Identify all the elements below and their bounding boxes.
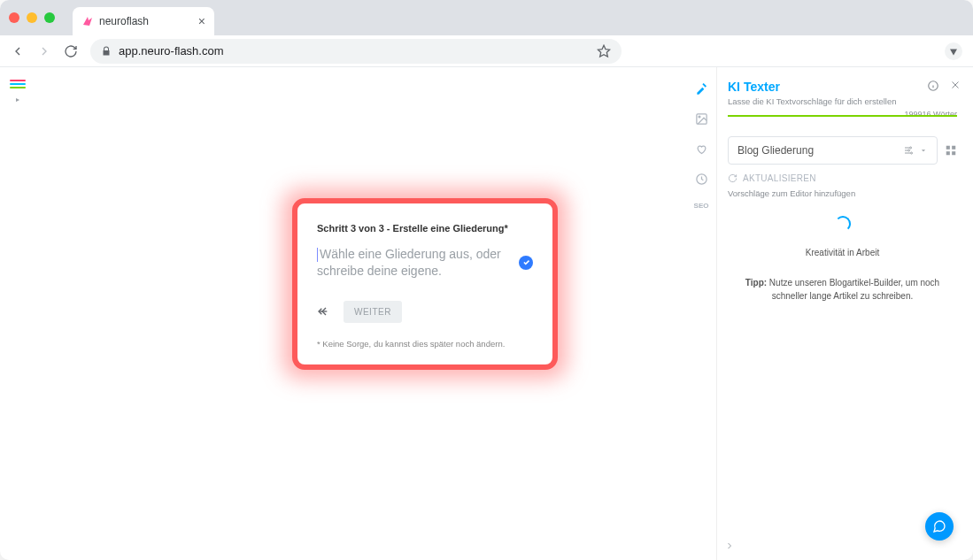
tab-favicon: [81, 15, 94, 27]
panel-subtitle: Lasse die KI Textvorschläge für dich ers…: [728, 96, 957, 106]
spinner-label: Kreativität in Arbeit: [806, 248, 879, 257]
tab-strip: neuroflash ×: [0, 0, 973, 35]
history-icon[interactable]: [694, 172, 708, 186]
url-input[interactable]: app.neuro-flash.com: [90, 39, 622, 64]
browser-window: neuroflash × app.neuro-flash.com: [0, 0, 973, 560]
step-dialog: Schritt 3 von 3 - Erstelle eine Gliederu…: [292, 198, 558, 370]
magic-wand-icon[interactable]: [694, 81, 708, 96]
sliders-icon: [903, 145, 914, 156]
close-window-button[interactable]: [9, 12, 19, 23]
svg-rect-10: [946, 151, 950, 155]
dialog-back-icon[interactable]: [317, 304, 331, 318]
tab-title: neuroflash: [99, 15, 149, 27]
app-left-rail: ▸: [0, 67, 35, 560]
svg-rect-11: [952, 151, 955, 155]
forward-icon: [37, 44, 51, 58]
image-icon[interactable]: [694, 111, 708, 126]
browser-tab[interactable]: neuroflash ×: [73, 7, 214, 35]
page-body: ▸ Schritt 3 von 3 - Erstelle eine Gliede…: [0, 67, 973, 560]
profile-avatar[interactable]: [945, 42, 962, 60]
word-count: 199916 Wörter: [904, 110, 957, 119]
chat-bubble-icon: [932, 519, 946, 533]
dialog-footnote: * Keine Sorge, du kannst dies später noc…: [317, 339, 533, 349]
continue-button[interactable]: WEITER: [344, 301, 402, 323]
close-tab-icon[interactable]: ×: [198, 14, 205, 28]
collapse-panel-icon[interactable]: [724, 541, 735, 551]
loading-spinner-icon: [835, 216, 851, 232]
back-icon[interactable]: [11, 44, 25, 58]
template-select-value: Blog Gliederung: [737, 144, 814, 157]
svg-marker-0: [598, 45, 609, 57]
refresh-button[interactable]: AKTUALISIEREN: [728, 173, 957, 183]
svg-rect-8: [946, 146, 950, 150]
outline-input[interactable]: Wähle eine Gliederung aus, oder schreibe…: [317, 246, 512, 280]
seo-tab[interactable]: SEO: [694, 202, 709, 210]
tool-rail: SEO: [686, 67, 716, 560]
refresh-icon: [728, 173, 737, 183]
tip-label: Tipp:: [745, 278, 767, 288]
svg-rect-9: [952, 146, 955, 150]
bookmark-star-icon[interactable]: [597, 44, 611, 58]
tip-body: Nutze unseren Blogartikel-Builder, um no…: [767, 278, 939, 301]
app-logo-icon[interactable]: [10, 80, 26, 92]
reload-icon[interactable]: [64, 44, 78, 58]
svg-point-7: [911, 152, 913, 154]
address-bar: app.neuro-flash.com: [0, 35, 973, 67]
panel-title: KI Texter: [728, 80, 957, 94]
svg-point-2: [699, 116, 700, 118]
svg-point-5: [910, 147, 912, 149]
help-fab-button[interactable]: [925, 512, 954, 541]
tip-text: Tipp: Nutze unseren Blogartikel-Builder,…: [728, 277, 957, 303]
maximize-window-button[interactable]: [44, 12, 55, 23]
grid-view-icon[interactable]: [945, 144, 957, 157]
confirm-check-icon[interactable]: [519, 256, 533, 270]
usage-progress: [728, 115, 957, 117]
chevron-down-icon: [919, 146, 928, 155]
panel-hint: Vorschläge zum Editor hinzufügen: [728, 188, 957, 198]
url-text: app.neuro-flash.com: [119, 44, 224, 58]
template-select[interactable]: Blog Gliederung: [728, 136, 938, 165]
outline-placeholder: Wähle eine Gliederung aus, oder schreibe…: [317, 247, 501, 278]
heart-cloud-icon[interactable]: [694, 142, 708, 156]
window-controls: [9, 0, 73, 35]
dialog-title: Schritt 3 von 3 - Erstelle eine Gliederu…: [317, 223, 533, 234]
minimize-window-button[interactable]: [27, 12, 37, 23]
svg-point-6: [908, 150, 910, 151]
info-icon[interactable]: [927, 80, 939, 92]
main-area: Schritt 3 von 3 - Erstelle eine Gliederu…: [35, 67, 686, 560]
right-panel: KI Texter Lasse die KI Textvorschläge fü…: [716, 67, 973, 560]
lock-icon: [101, 46, 112, 57]
close-panel-icon[interactable]: [950, 80, 961, 92]
refresh-label: AKTUALISIEREN: [743, 173, 816, 183]
expand-rail-icon[interactable]: ▸: [16, 96, 19, 104]
